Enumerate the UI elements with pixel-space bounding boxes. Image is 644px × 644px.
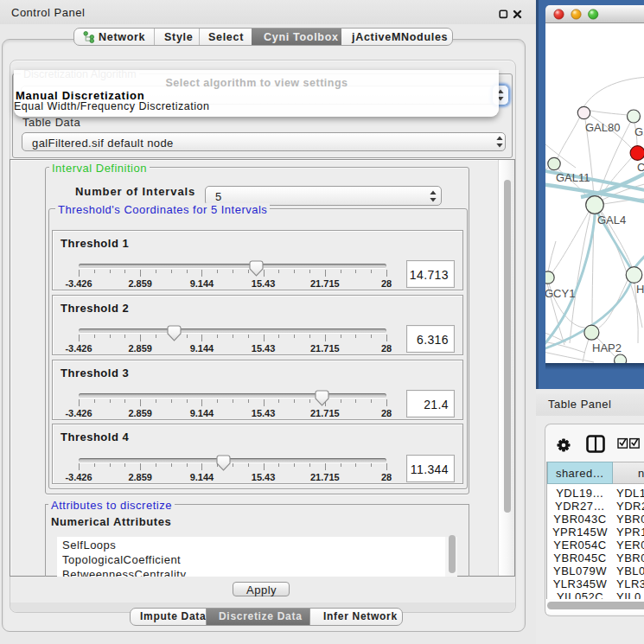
svg-text:G.: G. (634, 125, 644, 138)
svg-text:GCY1: GCY1 (545, 287, 575, 300)
svg-text:C: C (637, 161, 644, 174)
svg-text:GAL4: GAL4 (597, 214, 626, 226)
svg-text:H: H (636, 283, 644, 296)
svg-text:GAL80: GAL80 (585, 121, 620, 134)
svg-text:GAL11: GAL11 (556, 171, 590, 184)
svg-text:HAP2: HAP2 (592, 341, 622, 354)
